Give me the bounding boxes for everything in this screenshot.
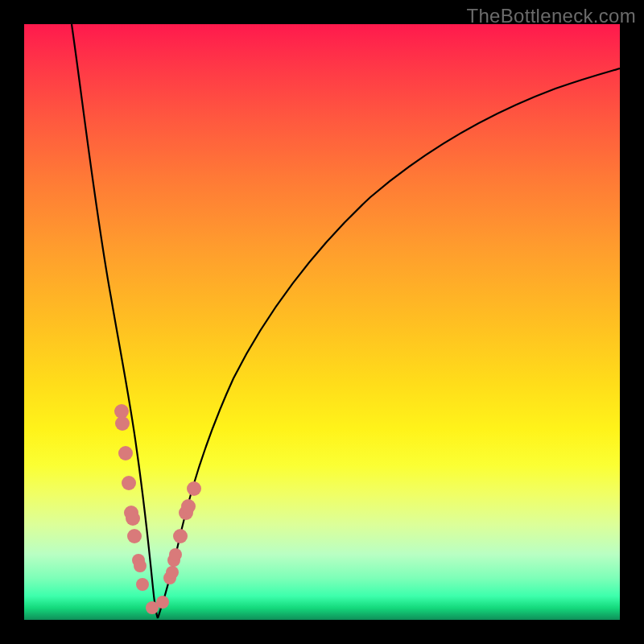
sample-dot — [134, 559, 147, 572]
sample-dot — [169, 548, 182, 561]
sample-dot — [115, 416, 130, 431]
sample-dot — [173, 529, 188, 543]
sample-dot — [126, 511, 140, 526]
curve-svg — [24, 24, 620, 620]
bottleneck-curve-left-path — [72, 24, 158, 618]
sample-dot — [118, 446, 133, 460]
plot-area — [24, 24, 620, 620]
sample-dot — [122, 476, 136, 490]
outer-frame: TheBottleneck.com — [0, 0, 644, 644]
sample-dot — [136, 578, 149, 591]
bottleneck-curve-right-path — [158, 68, 620, 618]
sample-dot — [187, 481, 201, 496]
watermark-text: TheBottleneck.com — [466, 5, 636, 27]
sample-dot — [181, 499, 196, 514]
sample-dot — [166, 566, 179, 579]
sample-dot — [156, 596, 169, 609]
sample-dot — [127, 529, 142, 543]
